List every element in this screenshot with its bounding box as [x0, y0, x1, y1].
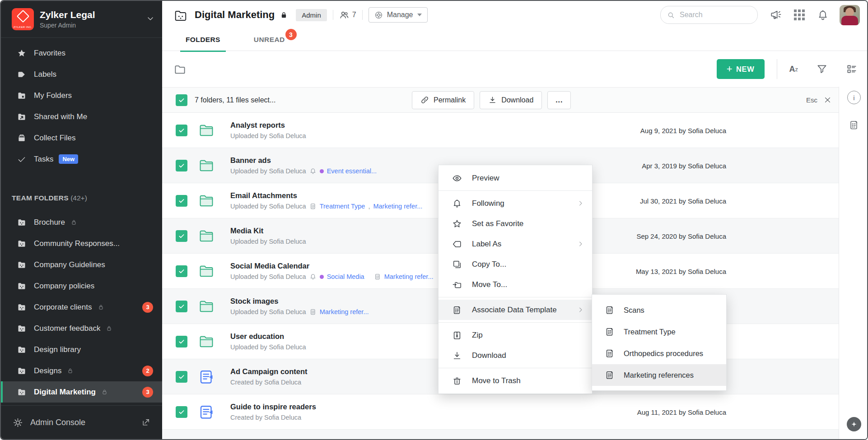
templates-panel-icon[interactable]	[849, 120, 859, 130]
sidebar-item-collect-files[interactable]: Collect Files	[1, 127, 162, 148]
apps-grid-icon[interactable]	[794, 9, 805, 20]
manage-button[interactable]: Manage	[369, 7, 428, 23]
tab-folders[interactable]: FOLDERS	[180, 28, 226, 52]
submenu-item-orthopedics-procedures[interactable]: Orthopedics procedures	[592, 343, 726, 364]
folder-icon	[197, 299, 215, 314]
team-switcher[interactable]: ZYLKER INC. Zylker Legal Super Admin	[1, 1, 162, 38]
search-box[interactable]	[660, 6, 758, 24]
template-link[interactable]: Marketing refer...	[373, 203, 422, 210]
row-guide-to-inspire-readers[interactable]: Guide to inspire readers Created by Sofi…	[162, 394, 839, 430]
submenu-item-scans[interactable]: Scans	[592, 299, 726, 321]
menu-item-associate-data-template[interactable]: Associate Data Template	[439, 300, 592, 320]
label-link[interactable]: Social Media	[327, 273, 364, 280]
row-checkbox[interactable]	[176, 265, 187, 277]
menu-item-preview[interactable]: Preview	[439, 168, 592, 188]
submenu-item-treatment-type[interactable]: Treatment Type	[592, 321, 726, 343]
sidebar-item-labels[interactable]: Labels	[1, 64, 162, 85]
sidebar-item-favorites[interactable]: Favorites	[1, 42, 162, 64]
sidebar-folder-company-policies[interactable]: Company policies	[1, 275, 162, 296]
menu-separator	[439, 297, 592, 297]
row-checkbox[interactable]	[176, 230, 187, 242]
template-link[interactable]: Marketing refer...	[384, 273, 434, 280]
chevron-down-icon[interactable]	[146, 14, 155, 25]
template-link[interactable]: Marketing refer...	[320, 308, 369, 315]
template-link[interactable]: Treatment Type	[320, 203, 365, 210]
row-magazine-ad-pdf[interactable]: Magazine ad.pdf	[162, 430, 839, 440]
sidebar: ZYLKER INC. Zylker Legal Super Admin Fav…	[1, 1, 162, 439]
sidebar-folder-community-responses[interactable]: Community Responses...	[1, 233, 162, 254]
sidebar-item-my-folders[interactable]: My Folders	[1, 85, 162, 106]
menu-item-move-to[interactable]: Move To...	[439, 274, 592, 295]
new-button[interactable]: +NEW	[717, 59, 765, 79]
sidebar-folder-designs[interactable]: Designs 2	[1, 360, 162, 381]
breadcrumb-root-folder-icon[interactable]	[174, 64, 186, 74]
permalink-button[interactable]: Permalink	[412, 91, 474, 109]
sidebar-item-tasks[interactable]: Tasks New	[1, 148, 162, 170]
data-template-icon	[309, 308, 317, 315]
info-icon[interactable]: i	[847, 91, 861, 104]
search-icon	[667, 11, 675, 19]
eye-icon	[452, 173, 462, 183]
sidebar-folder-digital-marketing[interactable]: Digital Marketing 3	[1, 381, 162, 403]
team-folder-icon	[17, 388, 26, 397]
download-button[interactable]: Download	[480, 91, 542, 109]
chevron-right-icon	[577, 241, 584, 247]
folder-icon	[197, 334, 215, 349]
sort-az-icon[interactable]: Az	[789, 65, 798, 73]
team-folder-icon	[17, 366, 26, 375]
select-all-checkbox[interactable]	[176, 94, 187, 106]
row-checkbox[interactable]	[176, 336, 187, 347]
following-bell-icon	[309, 273, 317, 280]
menu-item-label-as[interactable]: Label As	[439, 234, 592, 254]
file-name: Stock images	[230, 297, 369, 306]
notifications-bell-icon[interactable]	[817, 9, 829, 21]
row-checkbox[interactable]	[176, 125, 187, 136]
data-template-icon	[605, 370, 615, 380]
lock-icon	[280, 11, 288, 19]
divider	[333, 10, 333, 20]
assistant-icon[interactable]	[847, 417, 861, 431]
sidebar-item-shared-with-me[interactable]: Shared with Me	[1, 106, 162, 127]
filter-funnel-icon[interactable]	[816, 63, 828, 75]
team-folder-icon	[17, 303, 26, 312]
writer-doc-icon	[197, 404, 215, 420]
tab-unread[interactable]: UNREAD 3	[248, 29, 290, 51]
external-link-icon	[141, 418, 150, 427]
menu-item-following[interactable]: Following	[439, 193, 592, 213]
following-bell-icon	[309, 167, 317, 175]
sidebar-folder-company-guidelines[interactable]: Company Guidelines	[1, 254, 162, 275]
admin-console[interactable]: Admin Console	[1, 405, 162, 439]
menu-item-download[interactable]: Download	[439, 345, 592, 366]
menu-item-copy-to[interactable]: Copy To...	[439, 254, 592, 274]
row-analyst-reports[interactable]: Analyst reports Uploaded by Sofia Deluca…	[162, 113, 839, 148]
file-subtitle: Uploaded by Sofia Deluca	[230, 308, 306, 315]
sidebar-folder-corporate-clients[interactable]: Corporate clients 3	[1, 296, 162, 318]
list-view-icon[interactable]	[846, 63, 858, 75]
announcements-megaphone-icon[interactable]	[770, 9, 782, 21]
menu-item-move-to-trash[interactable]: Move to Trash	[439, 371, 592, 391]
file-date: Apr 3, 2019 by Sofia Deluca	[642, 162, 726, 169]
row-checkbox[interactable]	[176, 406, 187, 418]
team-folder-icon	[17, 324, 26, 333]
menu-item-set-as-favorite[interactable]: Set as Favorite	[439, 213, 592, 234]
lock-icon	[101, 389, 108, 395]
label-link[interactable]: Event essential...	[327, 167, 377, 175]
sidebar-folder-design-library[interactable]: Design library	[1, 339, 162, 360]
main-area: Digital Marketing Admin 7 Manage	[162, 1, 868, 439]
row-checkbox[interactable]	[176, 371, 187, 383]
members-count[interactable]: 7	[339, 10, 356, 20]
view-tabs: FOLDERS UNREAD 3	[162, 29, 868, 51]
close-icon[interactable]	[824, 96, 831, 104]
user-avatar[interactable]	[840, 5, 860, 25]
submenu-item-marketing-references[interactable]: Marketing references	[592, 364, 726, 386]
search-input[interactable]	[679, 10, 735, 19]
menu-separator	[439, 322, 592, 323]
more-actions-button[interactable]: ...	[547, 91, 571, 109]
row-checkbox[interactable]	[176, 195, 187, 207]
sidebar-folder-brochure[interactable]: Brochure	[1, 212, 162, 233]
row-checkbox[interactable]	[176, 160, 187, 171]
row-checkbox[interactable]	[176, 301, 187, 312]
menu-item-zip[interactable]: Zip	[439, 325, 592, 345]
sidebar-folder-customer-feedback[interactable]: Customer feedback	[1, 318, 162, 339]
data-template-submenu: Scans Treatment Type Orthopedics procedu…	[592, 294, 727, 391]
